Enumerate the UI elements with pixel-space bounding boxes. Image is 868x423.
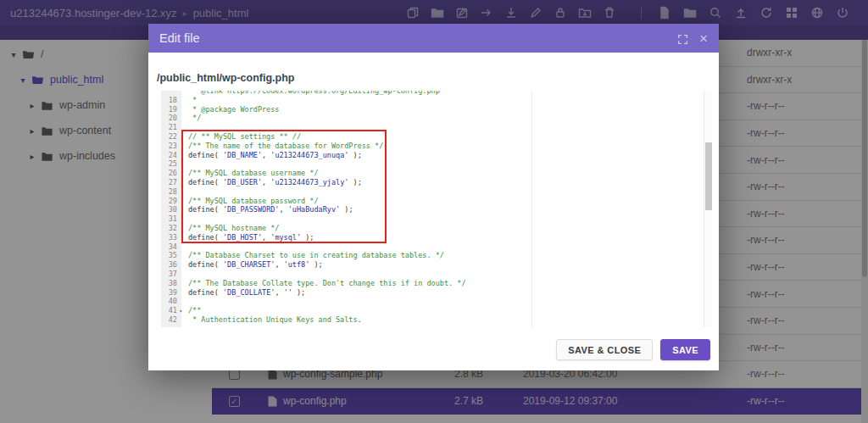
code-text: define( 'DB_USER', 'u213244673_yjaly' ); xyxy=(181,178,362,187)
code-text xyxy=(181,123,188,132)
edit-file-modal: Edit file × /public_html/wp-config.php *… xyxy=(148,24,719,370)
code-line-24: 24define( 'DB_NAME', 'u213244673_unuqa' … xyxy=(161,151,712,160)
code-text: * xyxy=(181,96,197,105)
code-line-42: 42 * Authentication Unique Keys and Salt… xyxy=(161,315,712,325)
code-line-32: 32/** MySQL hostname */ xyxy=(161,224,712,233)
line-number: 29 xyxy=(161,197,181,206)
line-number: 25 xyxy=(161,159,181,169)
modal-footer: SAVE & CLOSE SAVE xyxy=(556,339,710,360)
code-text: define( 'DB_COLLATE', '' ); xyxy=(181,288,305,298)
code-line-21: 21 xyxy=(161,123,712,132)
file-path-label: /public_html/wp-config.php xyxy=(157,72,294,84)
maximize-icon[interactable] xyxy=(677,33,688,44)
line-number: 27 xyxy=(161,178,181,187)
code-text xyxy=(181,270,188,279)
code-line-19: 19 * @package WordPress xyxy=(161,105,712,114)
line-number: 26 xyxy=(161,169,181,178)
line-number: 24 xyxy=(161,151,181,160)
line-number: 36 xyxy=(161,260,181,270)
code-text: /** xyxy=(181,306,201,315)
code-text: define( 'DB_PASSWORD', 'uHaBudaRyv' ); xyxy=(181,205,353,214)
code-line-23: 23/** The name of the database for WordP… xyxy=(161,142,712,151)
code-text: * Authentication Unique Keys and Salts. xyxy=(181,315,362,325)
code-editor[interactable]: * @link https://codex.wordpress.org/Edit… xyxy=(161,91,712,327)
code-text: /** The name of the database for WordPre… xyxy=(181,142,383,151)
line-number: 30 xyxy=(161,205,181,214)
code-text: * @link https://codex.wordpress.org/Edit… xyxy=(181,91,440,96)
file-manager-screen: u213244673.hostinger-dev-12.xyz ▸ public… xyxy=(0,0,868,423)
code-line-33: 33define( 'DB_HOST', 'mysql' ); xyxy=(161,233,712,242)
code-text: * @package WordPress xyxy=(181,105,279,114)
line-number: 41▾ xyxy=(161,306,181,315)
modal-title: Edit file xyxy=(159,31,677,45)
save-and-close-button[interactable]: SAVE & CLOSE xyxy=(556,339,653,360)
code-line-25: 25 xyxy=(161,159,712,169)
code-text: /** MySQL hostname */ xyxy=(181,224,279,233)
line-number: 28 xyxy=(161,187,181,197)
code-text: define( 'DB_HOST', 'mysql' ); xyxy=(181,233,314,242)
line-number: 37 xyxy=(161,270,181,279)
line-number: 40 xyxy=(161,297,181,306)
line-number: 33 xyxy=(161,233,181,242)
line-number: 19 xyxy=(161,105,181,114)
code-text xyxy=(181,187,188,197)
code-text: /** MySQL database password */ xyxy=(181,197,319,206)
code-line-35: 35/** Database Charset to use in creatin… xyxy=(161,251,712,260)
code-line-38: 38/** The Database Collate type. Don't c… xyxy=(161,279,712,288)
code-line-37: 37 xyxy=(161,270,712,279)
code-text: /** MySQL database username */ xyxy=(181,169,319,178)
line-number: 38 xyxy=(161,279,181,288)
save-button[interactable]: SAVE xyxy=(660,339,710,360)
code-text: /** The Database Collate type. Don't cha… xyxy=(181,279,466,288)
code-text: // ** MySQL settings ** // xyxy=(181,132,301,142)
code-line-26: 26/** MySQL database username */ xyxy=(161,169,712,178)
code-line-22: 22// ** MySQL settings ** // xyxy=(161,132,712,142)
code-line-39: 39define( 'DB_COLLATE', '' ); xyxy=(161,288,712,298)
code-line-40: 40 xyxy=(161,297,712,306)
code-line-36: 36define( 'DB_CHARSET', 'utf8' ); xyxy=(161,260,712,270)
code-line-34: 34 xyxy=(161,242,712,252)
code-text xyxy=(181,214,188,224)
code-line-28: 28 xyxy=(161,187,712,197)
line-number: 23 xyxy=(161,142,181,151)
code-text xyxy=(181,242,188,252)
print-margin-line xyxy=(531,91,532,327)
line-number: 32 xyxy=(161,224,181,233)
code-line-20: 20 */ xyxy=(161,114,712,123)
code-text: */ xyxy=(181,114,201,123)
code-text: /** Database Charset to use in creating … xyxy=(181,251,444,260)
code-text xyxy=(181,297,188,306)
code-line-29: 29/** MySQL database password */ xyxy=(161,197,712,206)
code-text: define( 'DB_CHARSET', 'utf8' ); xyxy=(181,260,323,270)
code-line-27: 27define( 'DB_USER', 'u213244673_yjaly' … xyxy=(161,178,712,187)
line-number: 31 xyxy=(161,214,181,224)
editor-scrollbar[interactable] xyxy=(704,91,712,327)
line-number: 35 xyxy=(161,251,181,260)
line-number: 20 xyxy=(161,114,181,123)
line-number: 42 xyxy=(161,315,181,325)
code-line-31: 31 xyxy=(161,214,712,224)
code-line-30: 30define( 'DB_PASSWORD', 'uHaBudaRyv' ); xyxy=(161,205,712,214)
close-icon[interactable]: × xyxy=(699,31,708,46)
line-number: 34 xyxy=(161,242,181,252)
modal-header: Edit file × xyxy=(148,24,719,53)
line-number: 22 xyxy=(161,132,181,142)
code-text xyxy=(181,159,188,169)
line-number: 21 xyxy=(161,123,181,132)
line-number: 39 xyxy=(161,288,181,298)
code-line-18: 18 * xyxy=(161,96,712,105)
code-line-41: 41▾/** xyxy=(161,306,712,315)
line-number: 18 xyxy=(161,96,181,105)
editor-scrollbar-thumb[interactable] xyxy=(705,142,712,210)
code-text: define( 'DB_NAME', 'u213244673_unuqa' ); xyxy=(181,151,362,160)
